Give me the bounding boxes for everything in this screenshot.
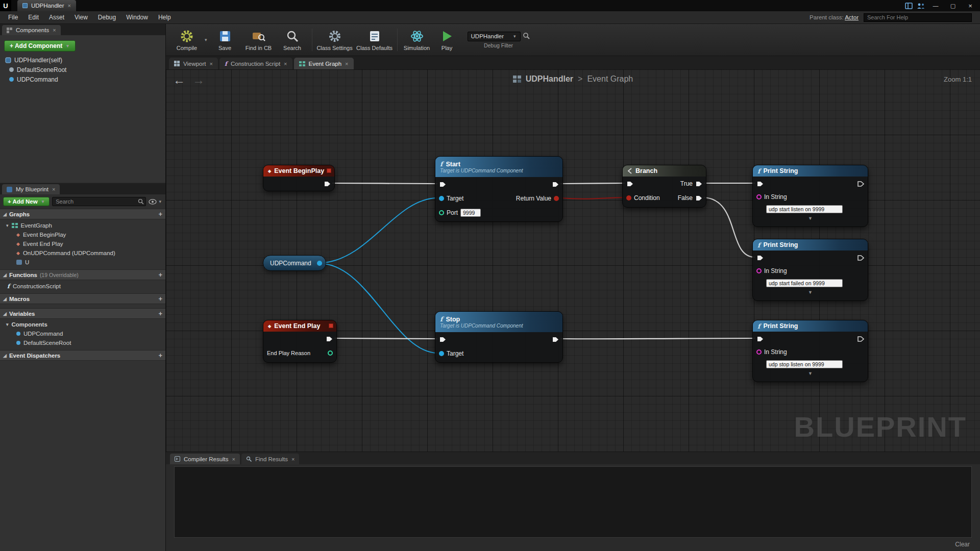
nav-back-icon[interactable]: ← <box>173 73 185 87</box>
condition-pin[interactable] <box>626 195 631 201</box>
layout-icon[interactable] <box>903 2 914 10</box>
menu-help[interactable]: Help <box>153 12 176 22</box>
graph-item-u[interactable]: U <box>0 258 165 267</box>
section-variables[interactable]: ◢ Variables + <box>0 308 165 319</box>
my-blueprint-tab[interactable]: My Blueprint × <box>2 184 60 194</box>
node-event-beginplay[interactable]: ◆ Event BeginPlay <box>263 165 335 191</box>
wire-exec-stop-to-printstop[interactable] <box>560 338 755 339</box>
in-string-pin[interactable] <box>756 268 762 273</box>
advanced-expand-icon[interactable]: ▼ <box>753 289 868 297</box>
variable-category-components[interactable]: ▾ Components <box>0 320 165 329</box>
exec-in-pin[interactable] <box>756 181 764 187</box>
debug-search-icon[interactable] <box>523 32 530 41</box>
save-button[interactable]: Save <box>208 26 242 54</box>
wire-exec-false-to-printfailed[interactable] <box>704 197 755 257</box>
maximize-button[interactable]: ▢ <box>945 1 961 10</box>
wire-exec-endplay-to-stop[interactable] <box>334 338 437 339</box>
exec-out-pin[interactable] <box>857 181 864 187</box>
help-search-input[interactable] <box>864 13 972 22</box>
add-component-button[interactable]: + Add Component ▾ <box>4 40 76 52</box>
node-event-endplay[interactable]: ◆ Event End Play End Play Reason <box>263 320 337 363</box>
port-pin[interactable] <box>439 210 444 215</box>
graph-item-eventgraph[interactable]: ▾ EventGraph <box>0 221 165 230</box>
breadcrumb-root[interactable]: UDPHandler <box>526 74 573 84</box>
compile-options-caret-icon[interactable]: ▾ <box>205 37 207 42</box>
exec-out-pin[interactable] <box>857 255 864 261</box>
close-tab-icon[interactable]: × <box>232 456 235 462</box>
true-exec-pin[interactable] <box>695 181 702 187</box>
menu-view[interactable]: View <box>69 12 93 22</box>
add-new-button[interactable]: + Add New ▾ <box>3 197 50 206</box>
visibility-filter-button[interactable]: ▾ <box>149 199 162 205</box>
asset-window-tab[interactable]: UDPHandler × <box>17 0 76 11</box>
menu-asset[interactable]: Asset <box>44 12 69 22</box>
target-pin[interactable] <box>439 196 444 201</box>
add-function-icon[interactable]: + <box>158 271 162 279</box>
in-string-value-input[interactable] <box>766 205 843 213</box>
wire-object-udpcommand-to-start-target[interactable] <box>324 198 437 263</box>
end-play-reason-pin[interactable] <box>328 350 333 356</box>
search-button[interactable]: Search <box>276 26 309 54</box>
function-item-constructionscript[interactable]: f ConstructionScript <box>0 282 165 291</box>
advanced-expand-icon[interactable]: ▼ <box>753 215 868 223</box>
node-print-string-failed[interactable]: f Print String In String ▼ <box>752 239 868 301</box>
clear-log-button[interactable]: Clear <box>955 541 970 548</box>
port-value-input[interactable] <box>460 209 481 217</box>
close-window-button[interactable]: × <box>963 1 978 10</box>
simulation-button[interactable]: Simulation <box>400 26 434 54</box>
tab-construction-script[interactable]: f Construction Script × <box>219 58 292 69</box>
in-string-value-input[interactable] <box>766 279 843 287</box>
component-row-udpcommand[interactable]: UDPCommand <box>0 74 165 84</box>
add-graph-icon[interactable]: + <box>158 210 162 218</box>
add-macro-icon[interactable]: + <box>158 295 162 303</box>
close-tab-icon[interactable]: × <box>291 456 295 462</box>
close-tab-icon[interactable]: × <box>284 61 287 67</box>
section-graphs[interactable]: ◢ Graphs + <box>0 209 165 219</box>
breadcrumb-current[interactable]: Event Graph <box>587 74 633 84</box>
node-print-string-listen[interactable]: f Print String In String ▼ <box>752 165 868 227</box>
play-button[interactable]: Play <box>434 26 460 54</box>
exec-out-pin[interactable] <box>324 181 331 187</box>
node-print-string-stop[interactable]: f Print String In String ▼ <box>752 320 868 382</box>
exec-in-pin[interactable] <box>439 181 446 188</box>
wire-exec-beginplay-to-start[interactable] <box>332 183 437 184</box>
close-tab-icon[interactable]: × <box>68 3 71 9</box>
exec-out-pin[interactable] <box>552 181 559 188</box>
exec-out-pin[interactable] <box>326 336 333 342</box>
false-exec-pin[interactable] <box>695 195 702 202</box>
node-branch[interactable]: Branch True Condition False <box>622 165 706 208</box>
tab-compiler-results[interactable]: Compiler Results × <box>170 454 240 464</box>
close-tab-icon[interactable]: × <box>210 61 213 67</box>
event-graph-canvas[interactable]: ← → UDPHandler > Event Graph Zoom 1:1 BL… <box>166 69 980 452</box>
close-tab-icon[interactable]: × <box>345 61 348 67</box>
component-row-self[interactable]: UDPHandler(self) <box>0 55 165 65</box>
component-row-defaultsceneroot[interactable]: DefaultSceneRoot <box>0 65 165 74</box>
close-panel-icon[interactable]: × <box>52 186 55 192</box>
class-settings-button[interactable]: Class Settings <box>315 26 355 54</box>
delegate-pin[interactable] <box>329 323 333 328</box>
exec-out-pin[interactable] <box>857 336 864 342</box>
class-defaults-button[interactable]: Class Defaults <box>355 26 395 54</box>
compiler-results-log[interactable] <box>174 466 972 538</box>
tab-viewport[interactable]: Viewport × <box>169 58 218 69</box>
in-string-value-input[interactable] <box>766 360 843 368</box>
in-string-pin[interactable] <box>756 349 762 355</box>
exec-in-pin[interactable] <box>626 181 633 187</box>
variable-output-pin[interactable] <box>317 261 322 266</box>
add-variable-icon[interactable]: + <box>158 310 162 317</box>
graph-item-onudpcommand[interactable]: ◆ OnUDPCommand (UDPCommand) <box>0 248 165 258</box>
components-tab[interactable]: Components × <box>2 25 61 35</box>
node-udpcommand-variable[interactable]: UDPCommand <box>263 255 326 271</box>
graph-item-event-endplay[interactable]: ◆ Event End Play <box>0 239 165 248</box>
menu-debug[interactable]: Debug <box>93 12 121 22</box>
section-event-dispatchers[interactable]: ◢ Event Dispatchers + <box>0 350 165 361</box>
wire-object-udpcommand-to-stop-target[interactable] <box>324 264 437 353</box>
compile-button[interactable]: Compile <box>170 26 204 54</box>
exec-out-pin[interactable] <box>552 336 559 343</box>
close-panel-icon[interactable]: × <box>53 27 56 33</box>
exec-in-pin[interactable] <box>756 336 764 342</box>
exec-in-pin[interactable] <box>439 336 446 343</box>
add-event-dispatcher-icon[interactable]: + <box>158 352 162 359</box>
wire-exec-start-to-branch[interactable] <box>560 183 625 184</box>
section-macros[interactable]: ◢ Macros + <box>0 293 165 304</box>
